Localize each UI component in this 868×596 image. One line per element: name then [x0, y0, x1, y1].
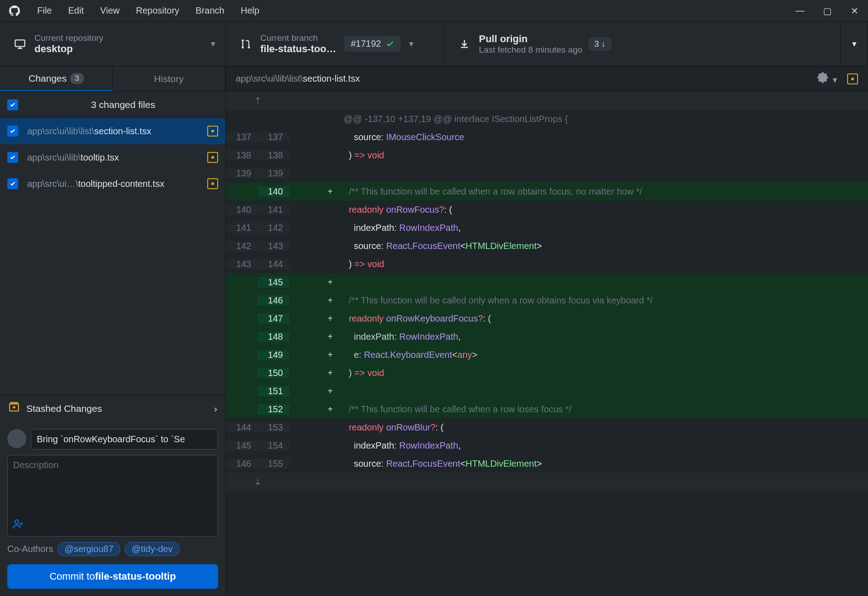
chevron-down-icon: ▾ [211, 39, 215, 49]
modified-icon [207, 126, 218, 137]
commit-description-input[interactable]: Description [7, 455, 218, 537]
diff-line[interactable]: 152+ /** This function will be called wh… [226, 400, 868, 418]
minimize-button[interactable]: — [786, 5, 814, 16]
coauthor-tag[interactable]: @tidy-dev [125, 542, 179, 556]
file-checkbox[interactable] [7, 126, 18, 137]
svg-point-3 [248, 46, 250, 49]
diff-line[interactable]: 140+ /** This function will be called wh… [226, 182, 868, 200]
diff-line[interactable]: 146+ /** This function will be called on… [226, 291, 868, 309]
diff-line[interactable]: 150+ ) => void [226, 364, 868, 382]
changes-count-badge: 3 [70, 73, 83, 84]
modified-icon [207, 152, 218, 163]
file-row[interactable]: app\src\ui…\tooltipped-content.tsx [0, 171, 225, 197]
diff-line[interactable]: 145154 indexPath: RowIndexPath, [226, 436, 868, 454]
chevron-right-icon: › [214, 403, 217, 414]
commit-summary-input[interactable]: Bring `onRowKeyboardFocus` to `Se [31, 429, 218, 449]
download-icon [454, 39, 474, 49]
sync-title: Pull origin [479, 33, 582, 45]
file-count-row[interactable]: 3 changed files [0, 92, 225, 118]
file-checkbox[interactable] [7, 152, 18, 163]
file-checkbox[interactable] [7, 178, 18, 189]
maximize-button[interactable]: ▢ [814, 5, 841, 16]
diff-line[interactable]: 141142 indexPath: RowIndexPath, [226, 219, 868, 237]
diff-line[interactable]: 148+ indexPath: RowIndexPath, [226, 327, 868, 346]
tab-changes[interactable]: Changes3 [0, 66, 113, 91]
diff-line[interactable]: 140141 readonly onRowFocus?: ( [226, 200, 868, 219]
pr-badge[interactable]: #17192 [344, 36, 401, 52]
titlebar: FileEditViewRepositoryBranchHelp — ▢ ✕ [0, 0, 868, 22]
expand-down[interactable]: ⇣ [226, 473, 868, 491]
file-path-bar: app\src\ui\lib\list\section-list.tsx ▾ [226, 66, 868, 92]
sync-button[interactable]: Pull origin Last fetched 8 minutes ago 3… [444, 22, 841, 66]
chevron-down-icon: ▾ [409, 39, 414, 49]
menu-edit[interactable]: Edit [60, 5, 92, 16]
sync-options-dropdown[interactable]: ▾ [841, 22, 868, 66]
repo-label: Current repository [34, 33, 103, 43]
diff-line[interactable]: 144153 readonly onRowBlur?: ( [226, 418, 868, 436]
desktop-icon [10, 38, 30, 50]
diff-line[interactable]: 137137 source: IMouseClickSource [226, 128, 868, 146]
svg-point-6 [13, 406, 15, 408]
svg-point-1 [242, 39, 244, 42]
commit-panel: Bring `onRowKeyboardFocus` to `Se Descri… [0, 422, 225, 596]
diff-line[interactable]: 146155 source: React.FocusEvent<HTMLDivE… [226, 454, 868, 473]
commit-button[interactable]: Commit to file-status-tooltip [7, 564, 218, 589]
tab-history[interactable]: History [113, 66, 226, 91]
select-all-checkbox[interactable] [7, 99, 18, 110]
branch-name: file-status-too… [260, 43, 336, 55]
repo-dropdown[interactable]: Current repository desktop ▾ [0, 22, 226, 66]
menu-file[interactable]: File [29, 5, 60, 16]
git-pull-request-icon [236, 39, 256, 49]
coauthors-row: Co-Authors @sergiou87 @tidy-dev [7, 542, 218, 556]
branch-dropdown[interactable]: Current branch file-status-too… #17192 ▾ [226, 22, 444, 66]
expand-up[interactable]: ⇡ [226, 92, 868, 110]
toolbar: Current repository desktop ▾ Current bra… [0, 22, 868, 66]
sidebar: Changes3 History 3 changed files app\src… [0, 66, 226, 596]
menu-repository[interactable]: Repository [128, 5, 188, 16]
diff-line[interactable]: @@ -137,10 +137,19 @@ interface ISection… [226, 110, 868, 128]
github-logo [0, 5, 29, 16]
svg-rect-0 [15, 40, 24, 47]
diff-line[interactable]: 139139 [226, 164, 868, 182]
modified-icon [847, 73, 858, 84]
modified-icon [207, 178, 218, 189]
menu-help[interactable]: Help [233, 5, 268, 16]
close-button[interactable]: ✕ [841, 5, 868, 16]
diff-line[interactable]: 149+ e: React.KeyboardEvent<any> [226, 346, 868, 364]
diff-line[interactable]: 147+ readonly onRowKeyboardFocus?: ( [226, 309, 868, 327]
stash-icon [8, 401, 20, 415]
menu-branch[interactable]: Branch [187, 5, 232, 16]
stashed-changes[interactable]: Stashed Changes › [0, 395, 225, 422]
sync-sub: Last fetched 8 minutes ago [479, 45, 582, 55]
file-row[interactable]: app\src\ui\lib\list\section-list.tsx [0, 118, 225, 144]
menu-view[interactable]: View [92, 5, 128, 16]
diff-panel: app\src\ui\lib\list\section-list.tsx ▾ ⇡… [226, 66, 868, 596]
svg-point-2 [242, 46, 244, 49]
diff-line[interactable]: 143144 ) => void [226, 255, 868, 273]
svg-point-7 [15, 520, 19, 523]
gear-icon[interactable]: ▾ [817, 72, 837, 85]
diff-line[interactable]: 138138 ) => void [226, 146, 868, 164]
diff-line[interactable]: 142143 source: React.FocusEvent<HTMLDivE… [226, 237, 868, 255]
branch-label: Current branch [260, 33, 336, 43]
avatar [7, 429, 26, 448]
file-row[interactable]: app\src\ui\lib\tooltip.tsx [0, 144, 225, 171]
diff-line[interactable]: 151+ [226, 382, 868, 400]
coauthor-tag[interactable]: @sergiou87 [58, 542, 120, 556]
diff-line[interactable]: 145+ [226, 273, 868, 291]
add-coauthor-icon[interactable] [12, 518, 24, 532]
repo-name: desktop [34, 43, 103, 55]
sync-count-badge: 3 ↓ [589, 37, 611, 51]
